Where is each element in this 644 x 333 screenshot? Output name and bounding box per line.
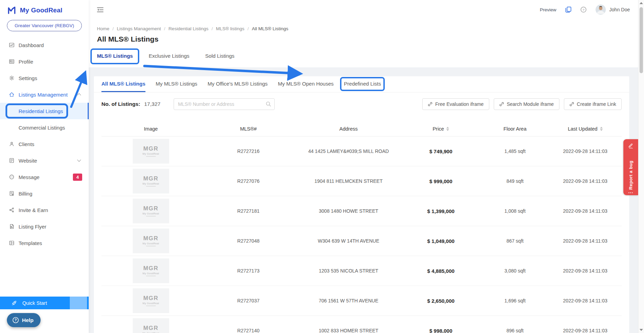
table-row[interactable]: MGR My GoodReal R2727216 44 1425 LAMEY&#… bbox=[101, 136, 622, 166]
placeholder-logo-rule bbox=[146, 156, 156, 157]
listing-address: 706 1561 W 57TH AVENUE bbox=[296, 298, 401, 303]
subtab-my-mls-open-houses[interactable]: My MLS® Open Houses bbox=[278, 76, 334, 92]
sidebar-item-commercial-listings[interactable]: Commercial Listings bbox=[0, 119, 89, 136]
scrollbar-thumb[interactable] bbox=[640, 7, 643, 73]
breadcrumb-home[interactable]: Home bbox=[97, 26, 109, 31]
sidebar-item-listings-management[interactable]: Listings Management bbox=[0, 86, 89, 103]
breadcrumb-mls-listings[interactable]: MLS® listings bbox=[216, 26, 244, 31]
table-row[interactable]: MGR My GoodReal R2727048 W304 639 W 14TH… bbox=[101, 226, 622, 256]
preview-link[interactable]: Preview bbox=[540, 7, 556, 12]
table-row[interactable]: MGR My GoodReal R2727181 3008 1480 HOWE … bbox=[101, 196, 622, 226]
table-header: Image MLS®# Address Price Floor Area Las… bbox=[101, 121, 622, 136]
help-button[interactable]: ? Help bbox=[7, 313, 41, 327]
board-selector-label: Greater Vancouver (REBGV) bbox=[14, 23, 74, 28]
breadcrumb-current: All MLS® Listings bbox=[252, 26, 288, 31]
page-title: All MLS® Listings bbox=[97, 35, 638, 43]
sort-carets-icon[interactable] bbox=[446, 127, 449, 131]
sidebar-item-label: Settings bbox=[19, 75, 37, 81]
help-circle-icon[interactable]: ? bbox=[580, 7, 587, 13]
listing-image-cell: MGR My GoodReal bbox=[101, 139, 200, 164]
copy-pages-icon[interactable] bbox=[565, 7, 571, 13]
tab-sold-listings[interactable]: Sold Listings bbox=[202, 50, 238, 62]
placeholder-logo-rule bbox=[146, 246, 156, 246]
listing-floor-area: 1,696 sqft bbox=[481, 298, 549, 303]
brand-logo[interactable]: My GoodReal bbox=[0, 0, 89, 15]
placeholder-logo-rule bbox=[146, 276, 156, 276]
listing-floor-area: 849 sqft bbox=[481, 178, 549, 184]
quick-start-button[interactable]: Quick Start bbox=[0, 297, 89, 309]
sidebar-item-dashboard[interactable]: Dashboard bbox=[0, 37, 89, 53]
subtab-my-mls-listings[interactable]: My MLS® Listings bbox=[156, 76, 197, 92]
sidebar-item-invite-earn[interactable]: Invite & Earn bbox=[0, 202, 89, 218]
search-input[interactable] bbox=[174, 98, 275, 110]
placeholder-logo-text: MGR bbox=[143, 176, 159, 181]
table-row[interactable]: MGR My GoodReal R2727173 1203 535 NICOLA… bbox=[101, 256, 622, 286]
listing-image-placeholder: MGR My GoodReal bbox=[133, 229, 169, 253]
free-evaluation-iframe-button[interactable]: Free Evaluation iframe bbox=[422, 98, 489, 110]
column-header-image: Image bbox=[101, 121, 200, 136]
placeholder-logo-subtext: My GoodReal bbox=[143, 182, 159, 185]
link-icon bbox=[499, 102, 504, 107]
sidebar-item-website[interactable]: Website bbox=[0, 152, 89, 169]
breadcrumb-separator: / bbox=[248, 26, 249, 31]
sidebar-item-label: Billing bbox=[19, 191, 32, 197]
table-row[interactable]: MGR My GoodReal R2727037 706 1561 W 57TH… bbox=[101, 286, 622, 316]
listing-mls-number: R2727048 bbox=[200, 238, 296, 244]
sidebar-item-message[interactable]: Message 4 bbox=[0, 169, 89, 185]
question-circle-icon: ? bbox=[12, 317, 19, 323]
sidebar-item-clients[interactable]: Clients bbox=[0, 136, 89, 152]
listing-price: $ 2,650,000 bbox=[401, 298, 481, 304]
placeholder-logo-subtext: My GoodReal bbox=[143, 302, 159, 304]
table-row[interactable]: MGR My GoodReal R2727140 1002 833 HOMER … bbox=[101, 316, 622, 333]
app-root: My GoodReal Greater Vancouver (REBGV) Da… bbox=[0, 0, 644, 333]
listing-floor-area: 3,080 sqft bbox=[481, 268, 549, 274]
table-row[interactable]: MGR My GoodReal R2727076 1904 811 HELMCK… bbox=[101, 166, 622, 196]
listing-mls-number: R2727037 bbox=[200, 298, 296, 303]
listing-last-updated: 2022-09-28 14:11:03 bbox=[549, 298, 622, 303]
sidebar-item-billing[interactable]: Billing bbox=[0, 185, 89, 202]
brand-name: My GoodReal bbox=[20, 7, 63, 14]
sidebar-item-templates[interactable]: Templates bbox=[0, 235, 89, 251]
board-selector[interactable]: Greater Vancouver (REBGV) bbox=[7, 20, 82, 31]
help-label: Help bbox=[22, 317, 34, 323]
subtab-label: My MLS® Open Houses bbox=[278, 81, 334, 87]
listings-count-label: No. of Listings: bbox=[101, 101, 140, 107]
tab-mls-listings[interactable]: MLS® Listings bbox=[94, 50, 136, 62]
menu-fold-icon bbox=[97, 7, 103, 12]
sidebar-item-label: Message bbox=[19, 174, 40, 180]
listing-price: $ 749,900 bbox=[401, 148, 481, 154]
listing-address: 1203 535 NICOLA STREET bbox=[296, 268, 401, 274]
placeholder-logo-text: MGR bbox=[143, 235, 159, 241]
tab-exclusive-listings[interactable]: Exclusive Listings bbox=[145, 50, 193, 62]
subtab-my-office-mls-listings[interactable]: My Office's MLS® Listings bbox=[208, 76, 268, 92]
report-bug-label: Report a bug bbox=[628, 149, 633, 190]
main-tabs: MLS® Listings Exclusive Listings Sold Li… bbox=[94, 50, 638, 62]
sort-carets-icon[interactable] bbox=[600, 127, 603, 131]
vertical-scrollbar[interactable] bbox=[638, 0, 644, 333]
scroll-down-arrow-icon[interactable] bbox=[640, 329, 643, 331]
column-header-price[interactable]: Price bbox=[401, 121, 481, 136]
listing-image-cell: MGR My GoodReal bbox=[101, 318, 200, 333]
listing-price: $ 998,000 bbox=[401, 328, 481, 333]
sidebar-item-profile[interactable]: Profile bbox=[0, 53, 89, 70]
scroll-up-arrow-icon[interactable] bbox=[640, 2, 643, 4]
search-icon[interactable] bbox=[265, 101, 271, 107]
column-header-last-updated[interactable]: Last Updated bbox=[549, 121, 622, 136]
create-iframe-link-button[interactable]: Create iframe Link bbox=[564, 98, 622, 110]
subtab-label: Predefined Lists bbox=[344, 81, 381, 87]
breadcrumb-residential-listings[interactable]: Residential Listings bbox=[168, 26, 208, 31]
subtab-all-mls-listings[interactable]: All MLS® Listings bbox=[101, 76, 145, 92]
report-bug-tab[interactable]: Report a bug ... bbox=[623, 139, 638, 195]
subtab-predefined-lists[interactable]: Predefined Lists bbox=[344, 76, 381, 92]
sidebar-collapse-button[interactable] bbox=[97, 7, 103, 12]
sidebar-item-listing-flyer[interactable]: Listing Flyer bbox=[0, 218, 89, 235]
sidebar-item-settings[interactable]: Settings bbox=[0, 70, 89, 86]
sidebar-item-label: Templates bbox=[19, 240, 42, 246]
sidebar-item-residential-listings[interactable]: Residential Listings bbox=[0, 103, 89, 119]
sidebar-item-label: Listings Management bbox=[19, 92, 68, 98]
listing-image-placeholder: MGR My GoodReal bbox=[133, 288, 169, 313]
user-menu[interactable]: John Doe bbox=[596, 4, 630, 15]
breadcrumb-listings-management[interactable]: Listings Management bbox=[117, 26, 161, 31]
search-module-iframe-button[interactable]: Search Module iframe bbox=[494, 98, 559, 110]
placeholder-logo-subtext: My GoodReal bbox=[143, 242, 159, 245]
